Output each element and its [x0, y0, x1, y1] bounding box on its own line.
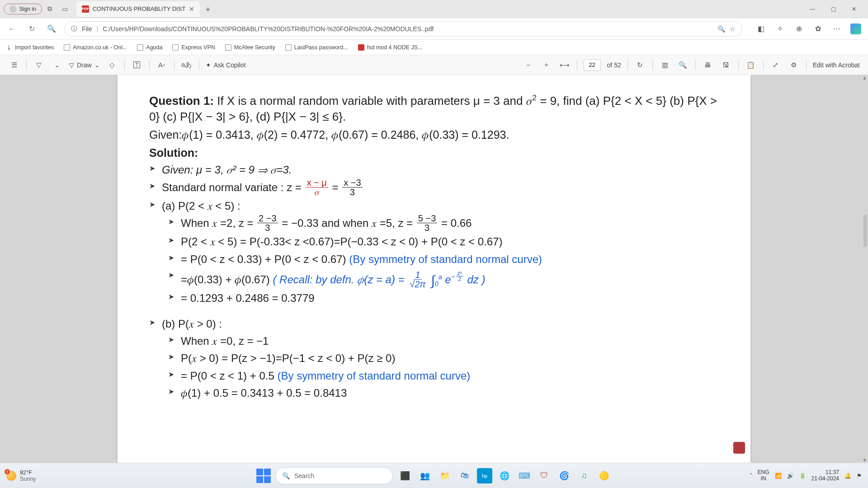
zoom-icon[interactable]: 🔍 [717, 25, 725, 33]
highlight-icon[interactable]: ▽ [33, 59, 45, 71]
separator [738, 60, 739, 70]
battery-icon[interactable]: 🔋 [799, 473, 806, 479]
app-icon[interactable]: 🌐 [497, 468, 512, 483]
rotate-icon[interactable]: ↻ [634, 59, 646, 71]
volume-icon[interactable]: 🔊 [787, 473, 794, 479]
spotify-icon[interactable]: ♫ [576, 468, 592, 483]
minimize-button[interactable]: — [802, 3, 823, 15]
refresh-button[interactable]: ↻ [24, 22, 39, 36]
weather-temp: 92°F [20, 469, 36, 476]
edit-acrobat-button[interactable]: Edit with Acrobat [813, 61, 860, 69]
tab-close-icon[interactable]: ✕ [189, 5, 194, 13]
workspaces-icon[interactable]: ⧉ [42, 3, 57, 15]
separator [124, 60, 125, 70]
notifications-icon[interactable]: 🔔 [844, 473, 851, 479]
saveas-icon[interactable]: 📋 [745, 59, 757, 71]
info-icon: ⓘ [71, 25, 77, 33]
extensions-icon[interactable]: ✿ [810, 21, 826, 37]
clock[interactable]: 11:3721-04-2024 [811, 469, 839, 481]
settings-icon[interactable]: ⚙ [788, 59, 800, 71]
tray-chevron-icon[interactable]: ˄ [750, 473, 752, 479]
save-icon[interactable]: 🖫 [720, 59, 732, 71]
bullet-line: When 𝑥 =0, z = −1 [149, 333, 719, 350]
search-nav-icon[interactable]: 🔍 [44, 22, 59, 36]
wifi-icon[interactable]: 📶 [775, 473, 782, 479]
collections-icon[interactable]: ⊕ [791, 21, 807, 37]
page-icon [358, 44, 364, 51]
favorite-icon[interactable]: ☆ [730, 25, 736, 33]
url-path: C:/Users/HP/Downloads/CONTINUOUS%20PROBA… [103, 25, 434, 33]
erase-icon[interactable]: ◇ [106, 59, 118, 71]
start-button[interactable] [256, 469, 271, 483]
teams-icon[interactable]: 👥 [417, 468, 433, 483]
signin-button[interactable]: Sign in [4, 4, 42, 14]
separator [652, 60, 653, 70]
page-icon [64, 44, 70, 51]
chrome-icon[interactable]: 🟡 [596, 468, 612, 483]
chevron-down-icon[interactable]: ⌄ [51, 59, 63, 71]
close-button[interactable]: ✕ [844, 3, 864, 15]
hp-icon[interactable]: hp [477, 468, 492, 483]
bookmark-item[interactable]: Agoda [137, 44, 162, 51]
explorer-icon[interactable]: 📁 [437, 468, 453, 483]
scrollbar-thumb[interactable] [863, 215, 867, 247]
search-icon: 🔍 [282, 472, 290, 479]
weather-widget[interactable]: 1 92°F Sunny [6, 469, 36, 482]
bookmark-item[interactable]: McAfee Security [225, 44, 275, 51]
vscode-icon[interactable]: ⌨ [517, 468, 532, 483]
copilot-icon: ✦ [206, 61, 211, 69]
store-icon[interactable]: 🛍 [457, 468, 472, 483]
find-icon[interactable]: 🔍 [677, 59, 689, 71]
zoom-out-button[interactable]: − [523, 59, 534, 71]
scroll-down-icon[interactable]: ▼ [862, 457, 867, 463]
fraction: x − μ𝜎 [306, 178, 328, 197]
textsize-icon[interactable]: A» [156, 59, 168, 71]
page-number-input[interactable] [584, 59, 601, 71]
edge-icon[interactable]: 🌀 [557, 468, 572, 483]
system-tray: ˄ ENGIN 📶 🔊 🔋 11:3721-04-2024 🔔 ⚑ [750, 469, 862, 481]
copilot-button[interactable] [848, 21, 863, 37]
print-icon[interactable]: 🖶 [702, 59, 714, 71]
page-icon [172, 44, 179, 51]
bookmark-item[interactable]: fsd mod 4 NODE JS... [358, 44, 423, 51]
taskview-icon[interactable]: ⬛ [397, 468, 413, 483]
page-view-icon[interactable]: ▥ [659, 59, 671, 71]
fullscreen-icon[interactable]: ⤢ [770, 59, 782, 71]
document-viewport[interactable]: ▲ ▼ Question 1: If X is a normal random … [0, 75, 868, 463]
bullet-line: (b) P(𝑥 > 0) : [149, 315, 719, 333]
new-tab-button[interactable]: ＋ [202, 3, 214, 15]
favorites-icon[interactable]: ✧ [772, 21, 788, 37]
bullet-line: 𝜙(1) + 0.5 = 0.3413 + 0.5 = 0.8413 [149, 385, 719, 402]
contents-icon[interactable]: ☰ [8, 59, 20, 71]
fraction: 2 −33 [257, 214, 278, 232]
pen-icon: ▽ [69, 61, 74, 69]
ask-copilot-button[interactable]: ✦Ask Copilot [206, 61, 246, 69]
back-button[interactable]: ← [5, 22, 19, 36]
window-controls: — ▢ ✕ [802, 3, 864, 15]
given-line: Given:𝜙(1) = 0.3413, 𝜙(2) = 0.4772, 𝜙(0.… [149, 128, 719, 142]
bookmark-item[interactable]: Express VPN [172, 44, 215, 51]
split-screen-icon[interactable]: ◧ [753, 21, 769, 37]
bookmark-item[interactable]: Amazon.co.uk - Onl... [64, 44, 127, 51]
import-icon: ⭳ [6, 44, 12, 51]
language-indicator[interactable]: ENGIN [758, 469, 769, 481]
address-bar[interactable]: ⓘ File | C:/Users/HP/Downloads/CONTINUOU… [64, 21, 742, 37]
draw-tool[interactable]: ▽Draw⌄ [69, 61, 100, 69]
tabactions-icon[interactable]: ▭ [57, 3, 73, 15]
acrobat-badge-icon[interactable] [733, 442, 745, 454]
mcafee-icon[interactable]: 🛡 [537, 468, 552, 483]
zoom-in-button[interactable]: ＋ [541, 59, 552, 71]
fit-icon[interactable]: ⟷ [559, 59, 571, 71]
maximize-button[interactable]: ▢ [823, 3, 844, 15]
translate-icon[interactable]: aあ [181, 59, 193, 71]
taskbar-search[interactable]: 🔍Search [275, 467, 393, 484]
import-favorites-button[interactable]: ⭳Import favorites [6, 44, 54, 51]
more-icon[interactable]: ⋯ [829, 21, 844, 37]
bookmark-item[interactable]: LastPass password... [285, 44, 348, 51]
text-icon[interactable]: 🅃 [131, 59, 143, 71]
bullet-line: =𝜙(0.33) + 𝜙(0.67) ( Recall: by defn. 𝜙(… [149, 268, 719, 290]
scroll-up-icon[interactable]: ▲ [862, 75, 867, 80]
quick-settings-icon[interactable]: ⚑ [857, 473, 862, 479]
browser-tab[interactable]: PDF CONTINUOUS PROBABLITY DIST ✕ [76, 1, 200, 17]
url-sep: | [97, 25, 99, 33]
